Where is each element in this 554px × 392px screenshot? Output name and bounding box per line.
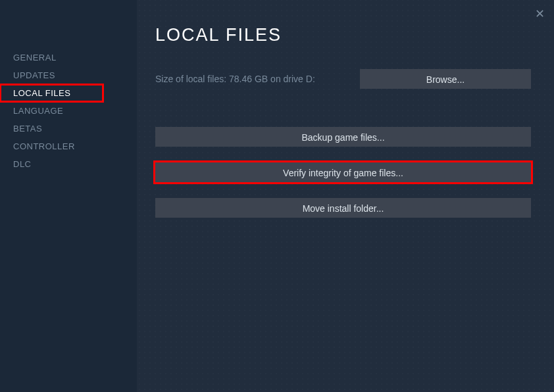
sidebar-item-label: CONTROLLER [13, 141, 75, 151]
move-button[interactable]: Move install folder... [155, 198, 531, 218]
sidebar-item-label: BETAS [13, 124, 42, 134]
page-title: LOCAL FILES [155, 25, 531, 45]
sidebar-item-local-files[interactable]: LOCAL FILES [0, 84, 103, 102]
sidebar-item-label: DLC [13, 159, 32, 169]
sidebar-item-label: LANGUAGE [13, 106, 63, 116]
close-icon[interactable]: ✕ [535, 7, 545, 21]
sidebar-item-language[interactable]: LANGUAGE [0, 102, 137, 120]
sidebar-item-updates[interactable]: UPDATES [0, 66, 137, 84]
sidebar-item-label: LOCAL FILES [13, 88, 70, 98]
size-text: Size of local files: 78.46 GB on drive D… [155, 74, 315, 84]
sidebar-item-dlc[interactable]: DLC [0, 155, 137, 173]
backup-button[interactable]: Backup game files... [155, 127, 531, 147]
main-panel: ✕ LOCAL FILES Size of local files: 78.46… [137, 0, 554, 392]
sidebar: GENERAL UPDATES LOCAL FILES LANGUAGE BET… [0, 0, 137, 392]
browse-button[interactable]: Browse... [360, 69, 531, 89]
sidebar-item-general[interactable]: GENERAL [0, 49, 137, 66]
sidebar-item-label: GENERAL [13, 53, 57, 62]
sidebar-item-label: UPDATES [13, 70, 55, 80]
verify-button[interactable]: Verify integrity of game files... [155, 162, 531, 182]
size-row: Size of local files: 78.46 GB on drive D… [155, 69, 531, 89]
sidebar-item-controller[interactable]: CONTROLLER [0, 137, 137, 155]
sidebar-item-betas[interactable]: BETAS [0, 120, 137, 137]
